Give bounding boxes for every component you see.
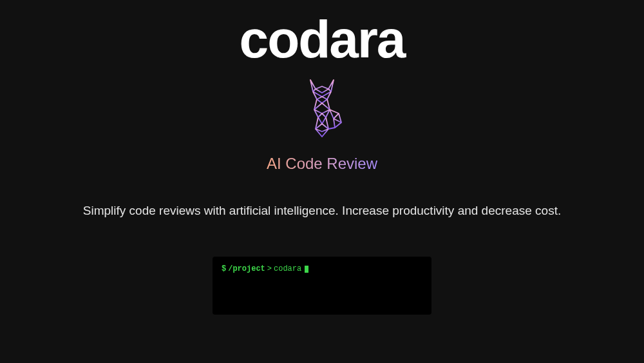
fox-logo-icon bbox=[296, 77, 348, 142]
brand-logo-text: codara bbox=[240, 13, 405, 66]
hero-subtitle: AI Code Review bbox=[267, 155, 377, 173]
terminal-path: /project bbox=[228, 264, 265, 273]
terminal-caret: > bbox=[267, 264, 272, 273]
terminal-window: $ /project > codara bbox=[213, 257, 431, 315]
hero-description: Simplify code reviews with artificial in… bbox=[83, 201, 561, 221]
terminal-command: codara bbox=[274, 264, 301, 273]
terminal-line: $ /project > codara bbox=[222, 264, 422, 273]
terminal-dollar: $ bbox=[222, 264, 226, 273]
terminal-cursor-icon bbox=[305, 266, 308, 273]
